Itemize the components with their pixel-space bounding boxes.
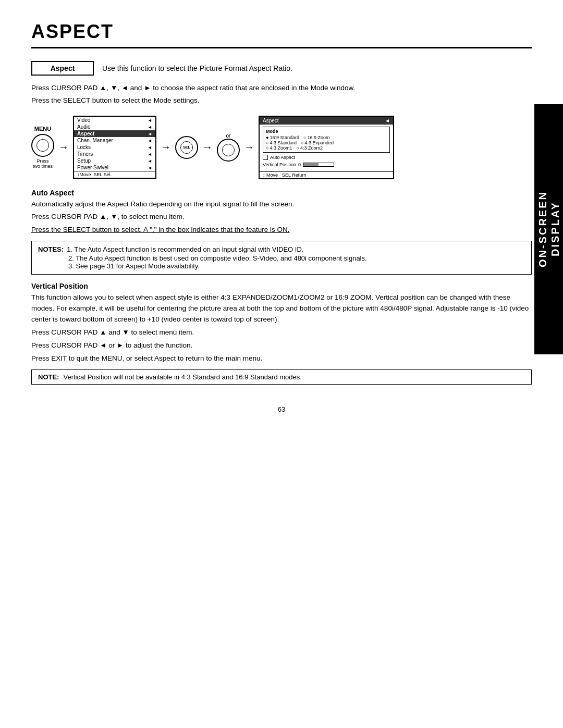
menu-block: MENU Presstwo times	[31, 126, 54, 169]
mode-169zoom: ○16:9 Zoom	[303, 135, 329, 140]
select-block: SEL	[175, 136, 198, 159]
or-block: or	[217, 133, 240, 162]
auto-aspect-label: Auto Aspect	[270, 155, 295, 160]
notes-label: NOTES:	[38, 245, 64, 253]
page-container: ASPECT Aspect Use this function to selec…	[0, 0, 563, 728]
aspect-osd-body: Mode ●16:9 Standard ○16:9 Zoom ○4:3 Stan…	[260, 125, 393, 171]
notes-label-row: NOTES: 1. The Auto Aspect function is re…	[38, 245, 525, 253]
arrow4: →	[244, 141, 254, 153]
osd-menu-item-video: Video◄	[74, 117, 155, 124]
diagram-area: MENU Presstwo times → Video◄ Audio◄ Aspe…	[31, 116, 532, 179]
vert-pos-body: This function allows you to select when …	[31, 292, 532, 325]
note-box: NOTE: Vertical Position will not be avai…	[31, 369, 532, 385]
auto-aspect-instr2: Press the SELECT button to select. A ","…	[31, 225, 532, 236]
mode-row-2: ○4:3 Standard ○4:3 Expanded	[266, 140, 387, 145]
auto-aspect-instr1: Press CURSOR PAD ▲, ▼, to select menu it…	[31, 212, 532, 223]
notes-item-2-row: 2. The Auto Aspect function is best used…	[38, 254, 525, 262]
notes-item-1: 1. The Auto Aspect function is recommend…	[67, 245, 303, 253]
vert-pos-instr2: Press CURSOR PAD ◄ or ► to adjust the fu…	[31, 340, 532, 351]
osd-menu-item-power: Power Swivel◄	[74, 164, 155, 171]
instruction-line1: Press CURSOR PAD ▲, ▼, ◄ and ► to choose…	[31, 83, 532, 93]
notes-item-2: 2. The Auto Aspect function is best used…	[68, 254, 367, 262]
sidebar-text: ON-SCREENDISPLAY	[536, 191, 561, 267]
auto-aspect-title: Auto Aspect	[31, 189, 532, 197]
vert-pos-label: Vertical Position	[263, 162, 296, 167]
vert-pos-fill	[303, 163, 319, 166]
page-title: ASPECT	[31, 21, 532, 48]
mode-group-label: Mode	[266, 129, 387, 134]
osd-menu-box: Video◄ Audio◄ Aspect◄ Chan. Manager◄ Loc…	[73, 116, 156, 179]
mode-group: Mode ●16:9 Standard ○16:9 Zoom ○4:3 Stan…	[263, 127, 390, 153]
aspect-footer-move: ↕ Move	[263, 172, 278, 178]
aspect-osd-header: Aspect◄	[260, 117, 393, 125]
select-button: SEL	[175, 136, 198, 159]
note-text: Vertical Position will not be available …	[63, 373, 301, 381]
osd-menu-item-timers: Timers◄	[74, 151, 155, 157]
osd-menu-item-setup: Setup◄	[74, 157, 155, 164]
arrow1: →	[58, 141, 69, 153]
mode-row-1: ●16:9 Standard ○16:9 Zoom	[266, 135, 387, 140]
vert-pos-section-title: Vertical Position	[31, 282, 532, 290]
aspect-footer-return: SEL Return	[282, 172, 306, 178]
aspect-osd-footer: ↕ Move SEL Return	[260, 171, 393, 178]
aspect-label-row: Aspect Use this function to select the P…	[31, 61, 532, 76]
mode-169standard: ●16:9 Standard	[266, 135, 299, 140]
arrow2: →	[161, 141, 171, 153]
osd-menu-footer: ↕Move SEL Sel.	[74, 171, 155, 178]
mode-43expanded: ○4:3 Expanded	[301, 140, 334, 145]
aspect-osd-box: Aspect◄ Mode ●16:9 Standard ○16:9 Zoom ○…	[259, 116, 394, 179]
notes-box: NOTES: 1. The Auto Aspect function is re…	[31, 241, 532, 275]
auto-aspect-checkbox	[263, 155, 268, 160]
press-label: Presstwo times	[33, 158, 53, 169]
vert-pos-value: 0	[298, 162, 301, 167]
aspect-description: Use this function to select the Picture …	[102, 64, 292, 72]
sidebar: ON-SCREENDISPLAY	[534, 104, 563, 354]
or-label: or	[226, 133, 231, 139]
auto-aspect-row: Auto Aspect	[263, 155, 390, 160]
osd-menu-item-aspect: Aspect◄	[74, 130, 155, 137]
aspect-label-box: Aspect	[31, 61, 94, 76]
notes-item-3: 3. See page 31 for Aspect Mode availabil…	[68, 262, 200, 270]
vert-pos-bar	[303, 163, 334, 167]
page-number: 63	[31, 405, 532, 413]
note-label: NOTE:	[38, 373, 59, 381]
osd-menu-item-locks: Locks◄	[74, 144, 155, 151]
notes-item-3-row: 3. See page 31 for Aspect Mode availabil…	[38, 262, 525, 270]
arrow3: →	[202, 141, 213, 153]
vert-pos-row: Vertical Position 0	[263, 162, 390, 167]
instruction-line2: Press the SELECT button to select the Mo…	[31, 95, 532, 106]
vert-pos-instr3: Press EXIT to quit the MENU, or select A…	[31, 353, 532, 364]
menu-label: MENU	[34, 126, 51, 132]
osd-menu-item-audio: Audio◄	[74, 124, 155, 130]
vert-pos-instr1: Press CURSOR PAD ▲ and ▼ to select menu …	[31, 327, 532, 338]
mode-row-3: ○4:3 Zoom1 ○4:3 Zoom2	[266, 145, 387, 151]
auto-aspect-body: Automatically adjust the Aspect Ratio de…	[31, 199, 532, 210]
nav-circle-right	[217, 139, 240, 162]
mode-43standard: ○4:3 Standard	[266, 140, 297, 145]
mode-43zoom2: ○4:3 Zoom2	[296, 145, 322, 151]
mode-43zoom1: ○4:3 Zoom1	[266, 145, 292, 151]
menu-circle	[31, 134, 54, 157]
osd-menu-item-chan: Chan. Manager◄	[74, 137, 155, 144]
